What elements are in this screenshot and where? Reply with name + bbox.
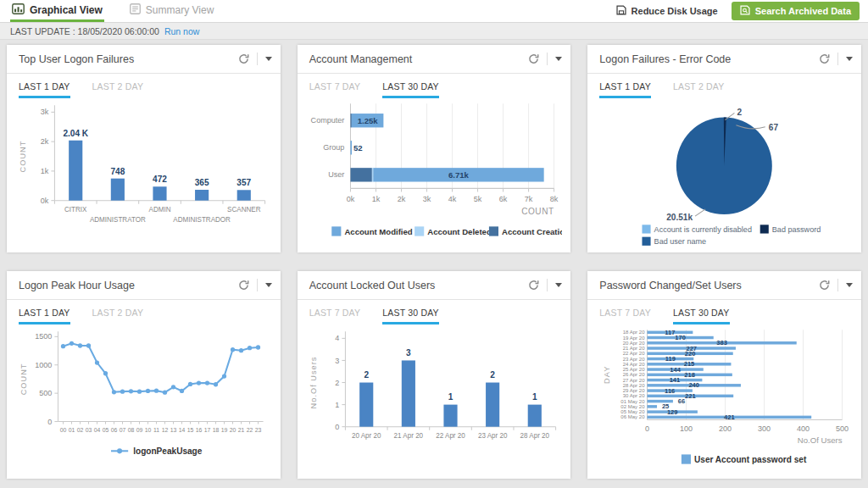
dashboard-grid: Top User Logon Failures LAST 1 DAY LAST … [0, 40, 868, 487]
refresh-icon[interactable] [819, 53, 830, 64]
data-point[interactable] [103, 371, 108, 375]
bar[interactable] [69, 141, 82, 201]
data-point[interactable] [112, 390, 116, 394]
svg-text:05: 05 [103, 427, 109, 433]
tab-last-30-day[interactable]: LAST 30 DAY [382, 308, 439, 324]
chevron-down-icon[interactable] [265, 283, 272, 287]
chevron-down-icon[interactable] [846, 57, 853, 61]
bar[interactable] [486, 383, 499, 427]
top-bar-actions: Reduce Disk Usage Search Archived Data [616, 0, 860, 22]
chart-svg: 26720.51kAccount is currently disabledBa… [596, 98, 853, 251]
bar[interactable] [237, 190, 251, 200]
svg-text:21: 21 [238, 427, 245, 433]
data-point[interactable] [86, 343, 91, 347]
bar[interactable] [648, 405, 658, 408]
data-point[interactable] [205, 380, 209, 385]
legend-swatch [415, 226, 424, 236]
data-point[interactable] [256, 345, 260, 349]
data-point[interactable] [70, 341, 74, 346]
tab-last-7-day[interactable]: LAST 7 DAY [309, 308, 361, 324]
svg-text:Bad password: Bad password [772, 225, 821, 234]
refresh-icon[interactable] [238, 53, 249, 64]
data-point[interactable] [197, 380, 201, 385]
svg-text:COUNT: COUNT [19, 141, 27, 173]
data-point[interactable] [137, 389, 142, 393]
bar-segment[interactable] [350, 168, 371, 181]
data-point[interactable] [171, 385, 175, 389]
chart-svg: 0k1k2k3kCOUNT2.04 K748472365357CITRIXADM… [15, 98, 272, 251]
data-point[interactable] [248, 346, 252, 350]
tab-last-30-day[interactable]: LAST 30 DAY [382, 81, 439, 98]
data-point[interactable] [163, 390, 167, 394]
data-point[interactable] [222, 374, 226, 378]
bar-segment[interactable] [372, 168, 373, 181]
svg-text:Bad user name: Bad user name [654, 237, 706, 246]
last-update-text: LAST UPDATE : 18/05/2020 06:00:00 [10, 26, 159, 36]
svg-text:04: 04 [94, 427, 101, 433]
svg-text:02: 02 [77, 427, 84, 433]
bar-segment[interactable] [350, 141, 352, 154]
bar[interactable] [443, 405, 457, 427]
svg-text:1: 1 [532, 392, 537, 402]
bar-segment[interactable] [350, 114, 351, 127]
bar[interactable] [195, 190, 209, 201]
svg-text:1: 1 [448, 392, 453, 402]
svg-text:500: 500 [836, 424, 849, 433]
data-point[interactable] [78, 343, 82, 347]
chevron-down-icon[interactable] [265, 57, 272, 61]
tab-graphical-view[interactable]: Graphical View [10, 0, 104, 22]
data-point[interactable] [239, 348, 243, 352]
svg-text:19: 19 [221, 427, 228, 433]
bar[interactable] [153, 186, 166, 200]
data-point[interactable] [120, 389, 125, 393]
button-label: Reduce Disk Usage [632, 6, 718, 16]
panel-title: Account Locked Out Users [309, 280, 436, 291]
svg-text:7k: 7k [524, 195, 532, 203]
tab-summary-view[interactable]: Summary View [128, 0, 215, 22]
tab-last-2-day[interactable]: LAST 2 DAY [673, 81, 725, 98]
data-point[interactable] [231, 347, 235, 352]
panel-title: Top User Logon Failures [19, 53, 134, 65]
bar[interactable] [401, 360, 415, 426]
bar[interactable] [111, 179, 125, 201]
tab-last-1-day[interactable]: LAST 1 DAY [19, 308, 70, 324]
tab-last-1-day[interactable]: LAST 1 DAY [19, 81, 70, 98]
bar[interactable] [527, 405, 541, 427]
svg-text:CITRIX: CITRIX [64, 206, 87, 214]
bar[interactable] [359, 383, 373, 427]
refresh-icon[interactable] [528, 53, 539, 64]
data-point[interactable] [154, 388, 159, 392]
refresh-icon[interactable] [819, 280, 830, 291]
refresh-icon[interactable] [238, 280, 249, 291]
data-point[interactable] [188, 382, 192, 386]
svg-text:07: 07 [120, 427, 126, 433]
tab-last-1-day[interactable]: LAST 1 DAY [599, 81, 651, 98]
svg-text:421: 421 [724, 413, 735, 421]
reduce-disk-usage-button[interactable]: Reduce Disk Usage [616, 5, 718, 17]
search-archived-data-button[interactable]: Search Archived Data [732, 2, 860, 20]
archive-search-icon [740, 5, 750, 17]
tab-last-7-day[interactable]: LAST 7 DAY [309, 81, 361, 98]
data-point[interactable] [180, 389, 184, 393]
data-point[interactable] [61, 344, 65, 348]
svg-text:1.25k: 1.25k [357, 116, 378, 125]
run-now-link[interactable]: Run now [164, 26, 199, 36]
svg-text:Account Deleted: Account Deleted [427, 227, 492, 236]
tab-last-30-day[interactable]: LAST 30 DAY [673, 308, 730, 324]
data-point[interactable] [146, 389, 150, 393]
tab-last-2-day[interactable]: LAST 2 DAY [92, 81, 144, 98]
chevron-down-icon[interactable] [846, 283, 853, 287]
chevron-down-icon[interactable] [555, 57, 562, 61]
tab-last-2-day[interactable]: LAST 2 DAY [92, 308, 144, 324]
svg-text:1500: 1500 [35, 332, 52, 341]
svg-text:8k: 8k [549, 195, 558, 203]
chevron-down-icon[interactable] [555, 283, 562, 287]
data-point[interactable] [129, 389, 133, 393]
svg-text:Account is currently disabled: Account is currently disabled [654, 225, 752, 234]
refresh-icon[interactable] [528, 280, 539, 291]
tab-last-7-day[interactable]: LAST 7 DAY [599, 308, 651, 324]
svg-text:3k: 3k [41, 108, 49, 116]
data-point[interactable] [95, 360, 99, 364]
svg-text:21 Apr 20: 21 Apr 20 [393, 432, 423, 440]
data-point[interactable] [214, 382, 218, 386]
